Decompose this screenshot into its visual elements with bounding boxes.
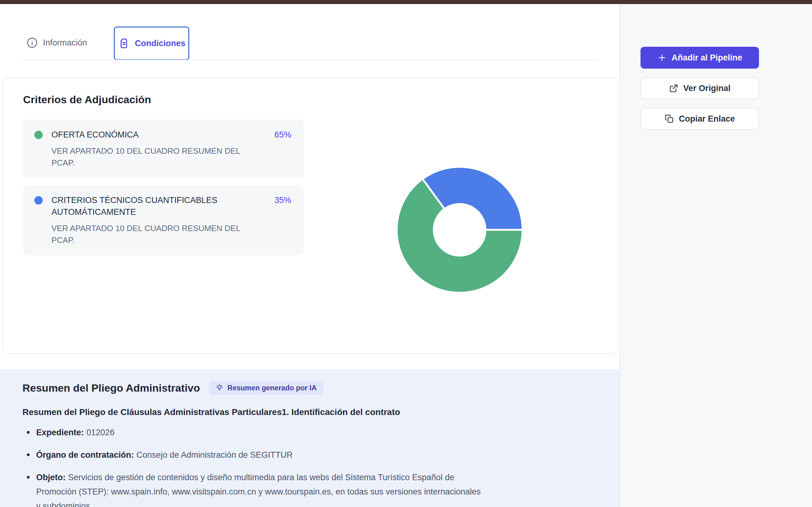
summary-title: Resumen del Pliego Administrativo — [22, 380, 200, 395]
tabs-divider — [21, 60, 599, 60]
browser-top-strip — [0, 0, 812, 4]
bullet-label: Expediente: — [36, 428, 84, 437]
external-link-icon — [669, 83, 678, 93]
copy-link-button[interactable]: Copiar Enlace — [640, 108, 759, 130]
bullet-label: Órgano de contratación: — [36, 450, 134, 460]
list-item: Órgano de contratación:Consejo de Admini… — [22, 448, 482, 462]
criterion-name: OFERTA ECONÓMICA — [51, 129, 251, 140]
criterion-weight: 65% — [274, 129, 291, 140]
tab-informacion-label: Información — [43, 38, 87, 48]
criterion-color-dot — [34, 196, 43, 205]
criteria-card: Criterios de Adjudicación OFERTA ECONÓMI… — [2, 77, 618, 354]
copy-link-label: Copiar Enlace — [679, 114, 735, 124]
criteria-card-title: Criterios de Adjudicación — [23, 93, 618, 106]
criterion-row-tecnicos: CRITERIOS TÉCNICOS CUANTIFICABLES AUTOMÁ… — [23, 185, 304, 256]
donut-chart — [394, 164, 526, 296]
bullet-label: Objeto: — [36, 473, 66, 482]
info-icon — [26, 37, 38, 49]
list-item: Expediente:012026 — [22, 425, 482, 440]
summary-section: Resumen del Pliego Administrativo Resume… — [0, 369, 620, 507]
bullet-value: Consejo de Administración de SEGITTUR — [136, 450, 293, 460]
add-to-pipeline-button[interactable]: Añadir al Pipeline — [640, 47, 759, 69]
main-content: Información Condiciones Criterios de Adj… — [0, 4, 620, 507]
tab-condiciones[interactable]: Condiciones — [114, 26, 189, 60]
view-original-label: Ver Original — [683, 83, 731, 93]
view-original-button[interactable]: Ver Original — [640, 77, 759, 99]
document-icon — [118, 37, 130, 50]
ai-generated-badge: Resumen generado por IA — [209, 381, 324, 395]
tab-condiciones-label: Condiciones — [135, 39, 185, 48]
criterion-note: VER APARTADO 10 DEL CUADRO RESUMEN DEL P… — [51, 145, 251, 169]
criterion-name: CRITERIOS TÉCNICOS CUANTIFICABLES AUTOMÁ… — [51, 194, 251, 218]
list-item: Objeto:Servicios de gestión de contenido… — [22, 470, 482, 507]
criterion-row-oferta: OFERTA ECONÓMICA VER APARTADO 10 DEL CUA… — [23, 119, 304, 178]
summary-subtitle: Resumen del Pliego de Cláusulas Administ… — [22, 406, 620, 418]
plus-icon — [657, 53, 667, 62]
bullet-value: Servicios de gestión de contenidos y dis… — [36, 473, 481, 507]
summary-bullet-list: Expediente:012026 Órgano de contratación… — [22, 425, 620, 507]
tab-informacion[interactable]: Información — [26, 34, 87, 51]
ai-badge-label: Resumen generado por IA — [227, 384, 316, 392]
bullet-value: 012026 — [86, 428, 114, 437]
copy-icon — [664, 114, 674, 123]
donut-segment — [422, 167, 523, 230]
right-action-sidebar: Añadir al Pipeline Ver Original Copiar E… — [620, 4, 812, 507]
criterion-weight: 35% — [274, 194, 291, 206]
donut-chart-container — [394, 164, 526, 296]
criterion-color-dot — [34, 131, 43, 139]
lightbulb-icon — [216, 384, 224, 392]
add-to-pipeline-label: Añadir al Pipeline — [672, 53, 743, 63]
criterion-note: VER APARTADO 10 DEL CUADRO RESUMEN DEL P… — [51, 222, 251, 246]
